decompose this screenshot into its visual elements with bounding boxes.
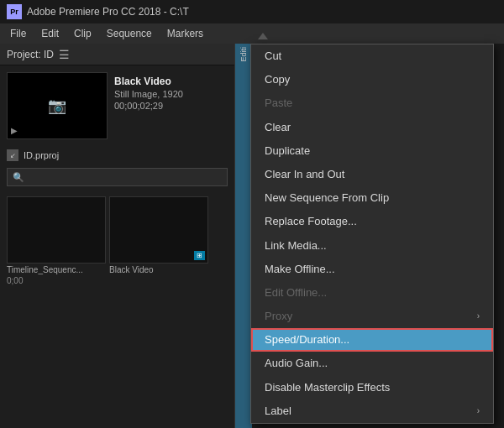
ctx-label[interactable]: Label › (251, 399, 493, 423)
clip-info: Black Video Still Image, 1920 00;00;02;2… (114, 72, 183, 139)
label-chevron-icon: › (477, 405, 480, 417)
ctx-proxy: Proxy › (251, 305, 493, 328)
ctx-clear[interactable]: Clear (251, 116, 493, 139)
context-menu: Cut Copy Paste Clear Duplicate Clear In … (250, 44, 494, 424)
file-icon: ↙ (7, 149, 18, 161)
right-panel-label: Editi (239, 47, 248, 62)
title-bar: Pr Adobe Premiere Pro CC 2018 - C:\T (0, 0, 504, 23)
play-icon: ▶ (11, 126, 18, 135)
thumb-label-0: Timeline_Sequenc... (7, 265, 106, 274)
list-item[interactable]: Timeline_Sequenc... 0;00 (7, 196, 106, 421)
panel-menu-icon[interactable]: ☰ (59, 48, 70, 61)
thumb-image-0 (7, 196, 106, 264)
project-panel: Project: ID ☰ 📷 ▶ Black Video Still Imag… (0, 44, 235, 428)
clip-type: Still Image, 1920 (114, 89, 183, 99)
thumb-badge: ⊞ (194, 251, 205, 260)
ctx-make-offline[interactable]: Make Offline... (251, 258, 493, 281)
panel-title: Project: ID (7, 49, 54, 60)
clip-name: Black Video (114, 76, 183, 87)
ctx-new-sequence[interactable]: New Sequence From Clip (251, 186, 493, 210)
ctx-copy[interactable]: Copy (251, 68, 493, 91)
clip-preview: 📷 ▶ Black Video Still Image, 1920 00;00;… (0, 65, 234, 146)
panel-header: Project: ID ☰ (0, 44, 234, 65)
context-menu-arrow (258, 33, 268, 39)
ctx-cut[interactable]: Cut (251, 44, 493, 68)
main-area: Project: ID ☰ 📷 ▶ Black Video Still Imag… (0, 44, 504, 428)
file-name: ID.prproj (24, 150, 59, 160)
ctx-speed-duration[interactable]: Speed/Duration... (251, 328, 493, 352)
thumbnails-grid: Timeline_Sequenc... 0;00 ⊞ Black Video (0, 190, 234, 428)
thumb-label-1: Black Video (109, 265, 208, 274)
ctx-duplicate[interactable]: Duplicate (251, 139, 493, 163)
thumb-image-1: ⊞ (109, 196, 208, 264)
title-bar-text: Adobe Premiere Pro CC 2018 - C:\T (27, 6, 189, 18)
search-icon: 🔍 (13, 172, 24, 183)
clip-timecode: 00;00;02;29 (114, 101, 183, 111)
menu-sequence[interactable]: Sequence (100, 26, 159, 41)
ctx-replace-footage[interactable]: Replace Footage... (251, 210, 493, 233)
ctx-clear-in-out[interactable]: Clear In and Out (251, 163, 493, 186)
proxy-chevron-icon: › (477, 311, 480, 322)
menu-file[interactable]: File (3, 26, 33, 41)
ctx-disable-masterclip[interactable]: Disable Masterclip Effects (251, 376, 493, 399)
thumb-duration-0: 0;00 (7, 276, 106, 285)
app-logo: Pr (7, 4, 22, 19)
list-item[interactable]: ⊞ Black Video (109, 196, 208, 421)
clip-thumbnail: 📷 ▶ (7, 72, 108, 139)
right-panel: Editi (235, 44, 252, 428)
menu-edit[interactable]: Edit (34, 26, 66, 41)
ctx-edit-offline: Edit Offline... (251, 281, 493, 305)
camera-icon: 📷 (48, 97, 66, 115)
menu-bar: File Edit Clip Sequence Markers (0, 23, 504, 44)
search-bar[interactable]: 🔍 (7, 168, 228, 186)
ctx-audio-gain[interactable]: Audio Gain... (251, 352, 493, 375)
ctx-paste: Paste (251, 91, 493, 115)
menu-markers[interactable]: Markers (160, 26, 210, 41)
file-entry: ↙ ID.prproj (0, 146, 234, 164)
search-input[interactable] (28, 172, 222, 182)
menu-clip[interactable]: Clip (67, 26, 98, 41)
ctx-link-media[interactable]: Link Media... (251, 234, 493, 258)
